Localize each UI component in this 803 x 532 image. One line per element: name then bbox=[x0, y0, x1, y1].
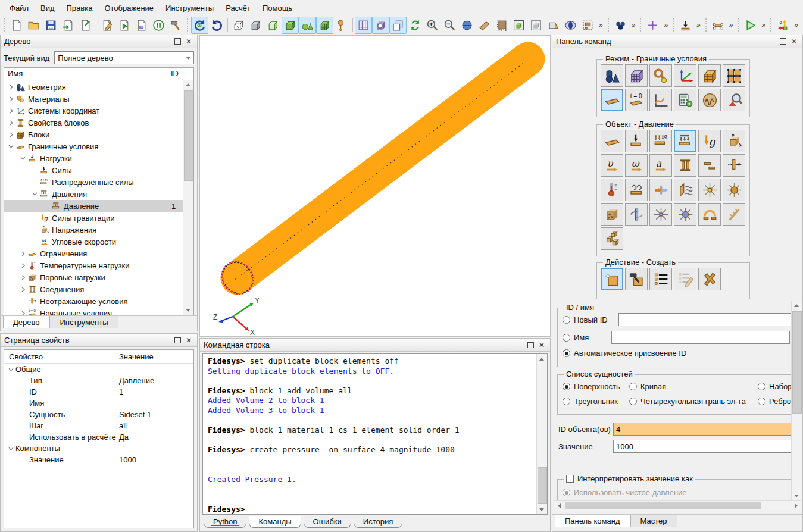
toolbar-overflow-chevron[interactable]: » bbox=[792, 21, 801, 29]
scroll-left-icon[interactable] bbox=[554, 501, 564, 511]
toolbar-button-transform-tool[interactable]: +Z bbox=[774, 17, 792, 34]
tree-header[interactable]: Имя ID⌃ bbox=[4, 68, 193, 80]
toolbar-button-edit-journal[interactable] bbox=[98, 17, 115, 34]
float-icon[interactable] bbox=[778, 37, 788, 46]
scroll-up-icon[interactable] bbox=[537, 354, 546, 364]
radio-entity-3[interactable] bbox=[758, 383, 765, 390]
toolbar-overflow-chevron[interactable]: » bbox=[759, 21, 768, 29]
button-dependencies-mode[interactable] bbox=[649, 89, 672, 111]
tab-панель-команд[interactable]: Панель команд bbox=[555, 515, 630, 527]
toolbar-button-bounding-box[interactable] bbox=[579, 17, 596, 34]
expand-icon[interactable] bbox=[7, 95, 15, 104]
toolbar-button-measure[interactable] bbox=[493, 17, 510, 34]
expand-icon[interactable] bbox=[7, 130, 15, 139]
tree-row[interactable]: Давления bbox=[4, 188, 183, 200]
collapse-icon[interactable] bbox=[7, 365, 15, 374]
toolbar-button-volume-clip-view[interactable] bbox=[372, 17, 389, 34]
scroll-up-icon[interactable] bbox=[792, 301, 801, 310]
float-icon[interactable] bbox=[173, 37, 182, 46]
menu-item-2[interactable]: Вид bbox=[35, 2, 61, 14]
button-connection-obj[interactable] bbox=[674, 154, 696, 177]
button-results-mode[interactable] bbox=[723, 89, 745, 111]
toolbar-button-gray-cube-view[interactable] bbox=[247, 17, 264, 34]
scroll-up-icon[interactable] bbox=[183, 80, 193, 89]
console[interactable]: Fidesys> set duplicate block elements of… bbox=[202, 353, 548, 515]
tree-row[interactable]: ωУгловые скорости bbox=[4, 236, 183, 248]
toolbar-button-new-document[interactable] bbox=[8, 17, 25, 34]
scroll-down-icon[interactable] bbox=[792, 491, 801, 500]
form-scrollbar[interactable] bbox=[791, 301, 802, 500]
button-modify-action[interactable] bbox=[625, 268, 648, 290]
console-scrollbar[interactable] bbox=[536, 354, 547, 514]
tree-row[interactable]: Поровые нагрузки bbox=[4, 271, 183, 283]
button-restraint-obj[interactable] bbox=[601, 130, 623, 152]
value-input[interactable] bbox=[613, 440, 793, 453]
current-view-select[interactable]: Полное дерево bbox=[54, 51, 194, 64]
collapse-icon[interactable] bbox=[7, 444, 15, 453]
toolbar-button-hammer-journal[interactable] bbox=[167, 17, 185, 34]
button-pressure-obj[interactable] bbox=[674, 130, 696, 152]
tree-row[interactable]: gСилы гравитации bbox=[4, 212, 183, 224]
toolbar-grip[interactable] bbox=[607, 18, 610, 32]
expand-icon[interactable] bbox=[18, 285, 27, 294]
tree-row[interactable]: qРаспределённые силы bbox=[4, 176, 183, 188]
id-option-input-1[interactable] bbox=[618, 313, 793, 326]
menu-item-7[interactable]: Помощь bbox=[257, 2, 298, 14]
toolbar-button-group-tool[interactable] bbox=[612, 17, 629, 34]
radio-entity-6[interactable] bbox=[758, 398, 765, 405]
property-row[interactable]: ТипДавление bbox=[4, 375, 193, 386]
float-icon[interactable] bbox=[173, 336, 182, 345]
button-force-obj[interactable] bbox=[625, 130, 648, 152]
console-tab-ошибки[interactable]: Ошибки bbox=[304, 516, 351, 528]
toolbar-button-export-journal[interactable] bbox=[77, 17, 94, 34]
button-arc-obj[interactable] bbox=[698, 203, 721, 226]
button-delete-action[interactable] bbox=[698, 268, 721, 290]
tree-row[interactable]: Силы bbox=[4, 164, 183, 176]
toolbar-button-play-journal[interactable] bbox=[115, 17, 133, 34]
button-list-action[interactable] bbox=[649, 268, 672, 290]
interpret-checkbox[interactable] bbox=[566, 475, 574, 483]
collapse-icon[interactable] bbox=[18, 154, 27, 163]
property-row[interactable]: Использовать в расчётеДа bbox=[4, 431, 193, 443]
tree-row[interactable]: Напряжения bbox=[4, 224, 183, 236]
property-row[interactable]: Общие bbox=[4, 364, 193, 375]
button-rotation-obj[interactable] bbox=[625, 203, 648, 226]
property-row[interactable]: Значение1000 bbox=[4, 454, 193, 465]
button-distributed-force-obj[interactable]: q bbox=[649, 130, 672, 152]
toolbar-button-load-tool[interactable] bbox=[677, 17, 694, 34]
menu-item-5[interactable]: Инструменты bbox=[160, 2, 220, 14]
menu-item-6[interactable]: Расчёт bbox=[220, 2, 257, 14]
tree-row[interactable]: Ограничения bbox=[4, 248, 183, 259]
tree-column-name[interactable]: Имя bbox=[4, 68, 168, 80]
expand-icon[interactable] bbox=[7, 118, 15, 127]
radio-id-option-1[interactable] bbox=[563, 316, 570, 324]
toolbar-button-undo-power[interactable] bbox=[191, 17, 208, 34]
button-ic-mode[interactable]: t = 0 bbox=[625, 89, 648, 111]
button-velocity-obj[interactable]: υ bbox=[601, 154, 623, 177]
button-cs-mode[interactable] bbox=[674, 64, 696, 87]
model-cylinder[interactable] bbox=[238, 59, 528, 278]
toolbar-button-import-journal[interactable] bbox=[60, 17, 77, 34]
button-bc-mode[interactable] bbox=[601, 89, 623, 111]
id-option-input-2[interactable] bbox=[611, 331, 790, 344]
toolbar-button-wireframe-view[interactable] bbox=[230, 17, 247, 34]
tree-row[interactable]: Соединения bbox=[4, 283, 183, 295]
collapse-icon[interactable] bbox=[7, 142, 15, 151]
console-tab-история[interactable]: История bbox=[354, 516, 402, 528]
button-contact-obj[interactable] bbox=[698, 154, 721, 177]
button-cubes-obj[interactable] bbox=[601, 227, 623, 250]
button-mesh-mode[interactable] bbox=[625, 64, 648, 87]
toolbar-button-clip-plane[interactable] bbox=[476, 17, 493, 34]
button-flow-obj[interactable] bbox=[649, 179, 672, 201]
button-sets-mode[interactable] bbox=[723, 64, 745, 87]
toolbar-button-node-tool[interactable] bbox=[644, 17, 661, 34]
toolbar-grip[interactable] bbox=[186, 18, 189, 32]
expand-icon[interactable] bbox=[7, 107, 15, 115]
button-geometry-mode[interactable] bbox=[601, 64, 623, 87]
tree-row[interactable]: Геометрия bbox=[4, 81, 183, 93]
button-porous-obj[interactable] bbox=[601, 203, 623, 226]
property-row[interactable]: СущностьSideset 1 bbox=[4, 409, 193, 420]
button-rake-obj[interactable] bbox=[723, 203, 745, 226]
menu-item-1[interactable]: Файл bbox=[4, 2, 35, 14]
toolbar-grip[interactable] bbox=[672, 18, 675, 32]
